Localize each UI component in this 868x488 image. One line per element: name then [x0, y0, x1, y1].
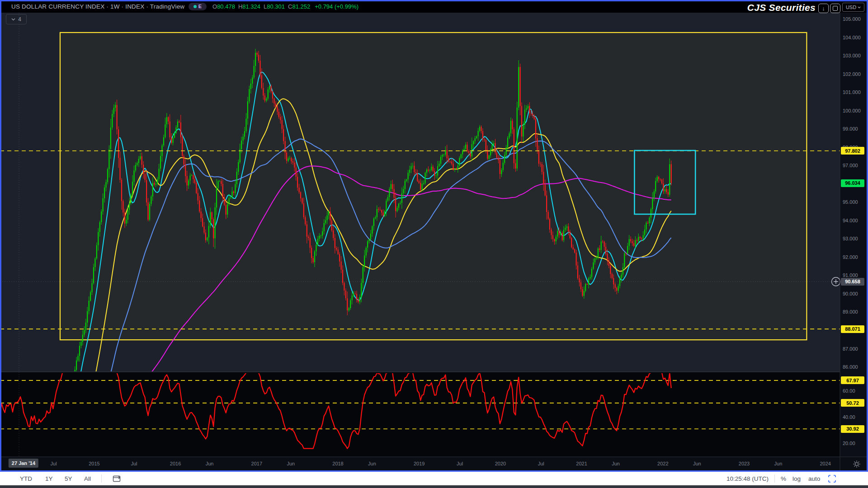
price-tick-label: 102.000 [843, 71, 866, 77]
price-tick-label: 94.000 [843, 218, 866, 223]
osc-tick-label: 40.00 [843, 414, 866, 420]
time-tick-label: Jul [51, 461, 57, 466]
range-button-ytd[interactable]: YTD [20, 472, 32, 485]
time-tick-label: Jun [287, 461, 295, 466]
currency-label: USD [846, 5, 856, 10]
open-value: 80.478 [217, 3, 235, 10]
legend-collapse-button[interactable]: 4 [6, 14, 27, 24]
time-tick-label: Jun [368, 461, 376, 466]
crosshair-date-label: 27 Jan '14 [9, 459, 38, 468]
price-tick-label: 99.000 [843, 126, 866, 131]
low-value: 80.301 [267, 3, 285, 10]
goto-date-button[interactable] [112, 472, 121, 485]
maximize-chart-button[interactable] [828, 472, 836, 485]
environment-badge[interactable]: E [189, 3, 207, 10]
time-tick-label: 2017 [251, 461, 262, 466]
osc-tick-label: 20.00 [843, 441, 866, 446]
range-button-all[interactable]: All [84, 472, 91, 485]
price-tick-label: 95.000 [843, 199, 866, 205]
price-tick-label: 100.000 [843, 108, 866, 113]
chart-widget: US DOLLAR CURRENCY INDEX · 1W · INDEX · … [0, 0, 868, 472]
time-tick-label: 2022 [657, 461, 668, 466]
price-tick-label: 91.000 [843, 272, 866, 278]
time-tick-label: 2015 [89, 461, 99, 466]
osc-level-label: 50.72 [841, 399, 864, 407]
chevron-down-icon [858, 6, 861, 9]
price-tick-label: 104.000 [843, 35, 866, 40]
price-tick-label: 89.000 [843, 309, 866, 314]
price-tick-label: 103.000 [843, 53, 866, 58]
price-level-label: 88.071 [841, 325, 864, 333]
status-dot-icon [193, 5, 197, 8]
tradingview-chart-window: US DOLLAR CURRENCY INDEX · 1W · INDEX · … [0, 0, 868, 488]
time-tick-label: Jun [693, 461, 701, 466]
badge-label: E [198, 4, 202, 9]
price-tick-label: 92.000 [843, 254, 866, 260]
window-bottom-edge [0, 485, 868, 488]
percent-scale-button[interactable]: % [781, 472, 786, 485]
toolbar-divider [774, 474, 775, 483]
gear-icon [853, 460, 861, 468]
price-level-label: 97.802 [841, 147, 864, 155]
time-tick-label: 2019 [414, 461, 425, 466]
chevron-down-icon [11, 18, 15, 21]
calendar-goto-icon [112, 474, 121, 483]
price-tick-label: 105.000 [843, 16, 866, 22]
time-tick-label: Jul [457, 461, 463, 466]
ohlc-readout: O80.478H81.324L80.301C81.252+0.794 (+0.9… [212, 3, 359, 10]
change-value: +0.794 (+0.99%) [315, 3, 359, 10]
bottom-toolbar: YTD 1Y 5Y All 10:25:48 (UTC) % log auto [0, 472, 868, 485]
close-value: 81.252 [292, 3, 310, 10]
price-level-label: 90.658 [841, 278, 864, 286]
osc-level-label: 30.92 [841, 425, 864, 433]
open-label: O [212, 3, 217, 10]
high-label: H [238, 3, 242, 10]
auto-scale-button[interactable]: auto [808, 472, 820, 485]
price-tick-label: 93.000 [843, 236, 866, 241]
main-chart-canvas[interactable] [0, 0, 868, 472]
download-icon: ↓ [822, 5, 825, 12]
toolbar-divider [101, 474, 102, 483]
symbol-title[interactable]: US DOLLAR CURRENCY INDEX · 1W · INDEX · … [11, 3, 184, 10]
time-tick-label: 2016 [170, 461, 181, 466]
legend-count: 4 [18, 16, 21, 23]
time-tick-label: 2024 [820, 461, 830, 466]
fullscreen-icon [833, 6, 838, 11]
currency-selector-button[interactable]: USD [842, 3, 864, 12]
fullscreen-button[interactable] [830, 4, 840, 13]
time-tick-label: Jul [538, 461, 544, 466]
osc-tick-label: 60.00 [843, 388, 866, 394]
high-value: 81.324 [242, 3, 260, 10]
time-tick-label: 2018 [332, 461, 343, 466]
osc-level-label: 67.97 [841, 376, 864, 384]
time-tick-label: Jun [612, 461, 620, 466]
time-tick-label: 2020 [495, 461, 506, 466]
clock-utc[interactable]: 10:25:48 (UTC) [696, 472, 769, 485]
range-button-5y[interactable]: 5Y [65, 472, 72, 485]
price-level-label: 96.034 [841, 179, 864, 187]
price-tick-label: 90.000 [843, 291, 866, 296]
download-button[interactable]: ↓ [818, 4, 829, 13]
price-tick-label: 86.000 [843, 364, 866, 370]
time-tick-label: Jun [206, 461, 214, 466]
time-tick-label: Jul [131, 461, 137, 466]
add-alert-plus-icon [832, 277, 840, 286]
price-tick-label: 101.000 [843, 89, 866, 95]
time-tick-label: 2023 [739, 461, 750, 466]
log-scale-button[interactable]: log [793, 472, 801, 485]
range-button-1y[interactable]: 1Y [45, 472, 53, 485]
dashed-corners-icon [828, 475, 836, 483]
brand-watermark: CJS Securities [728, 2, 816, 13]
time-tick-label: 2021 [576, 461, 587, 466]
price-tick-label: 87.000 [843, 346, 866, 352]
yellow-box-drawing [60, 33, 807, 340]
axis-settings-button[interactable] [850, 459, 863, 469]
time-axis[interactable]: Jul2015Jul2016Jun2017Jun2018Jun2019Jul20… [0, 457, 868, 470]
price-tick-label: 97.000 [843, 163, 866, 168]
time-tick-label: Jun [774, 461, 783, 466]
